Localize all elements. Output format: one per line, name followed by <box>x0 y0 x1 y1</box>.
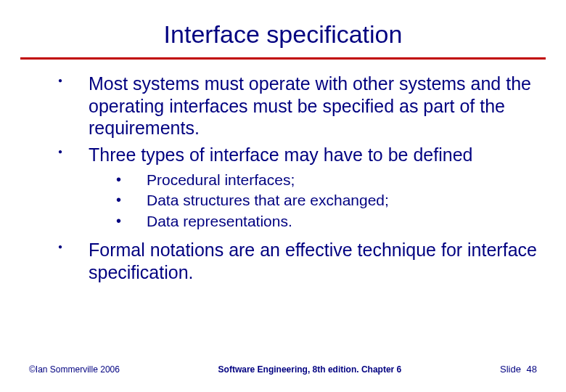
bullet-item: Most systems must operate with other sys… <box>58 73 537 139</box>
title-underline <box>20 57 546 60</box>
slide: Interface specification Most systems mus… <box>0 0 566 392</box>
sub-bullet-item: Data structures that are exchanged; <box>116 190 537 211</box>
sub-bullet-item: Data representations. <box>116 211 537 232</box>
slide-body: Most systems must operate with other sys… <box>0 73 566 283</box>
slide-number: 48 <box>527 364 537 375</box>
footer-slide-number: Slide 48 <box>500 364 537 375</box>
main-bullet-list: Formal notations are an effective techni… <box>58 239 537 283</box>
footer-center: Software Engineering, 8th edition. Chapt… <box>120 364 500 375</box>
main-bullet-list: Most systems must operate with other sys… <box>58 73 537 166</box>
sub-bullet-list: Procedural interfaces; Data structures t… <box>116 170 537 232</box>
footer-copyright: ©Ian Sommerville 2006 <box>29 364 120 375</box>
sub-bullet-item: Procedural interfaces; <box>116 170 537 190</box>
slide-footer: ©Ian Sommerville 2006 Software Engineeri… <box>0 364 566 375</box>
bullet-item: Formal notations are an effective techni… <box>58 239 537 283</box>
slide-label: Slide <box>500 364 521 375</box>
bullet-item: Three types of interface may have to be … <box>58 144 537 166</box>
slide-title: Interface specification <box>0 0 566 57</box>
